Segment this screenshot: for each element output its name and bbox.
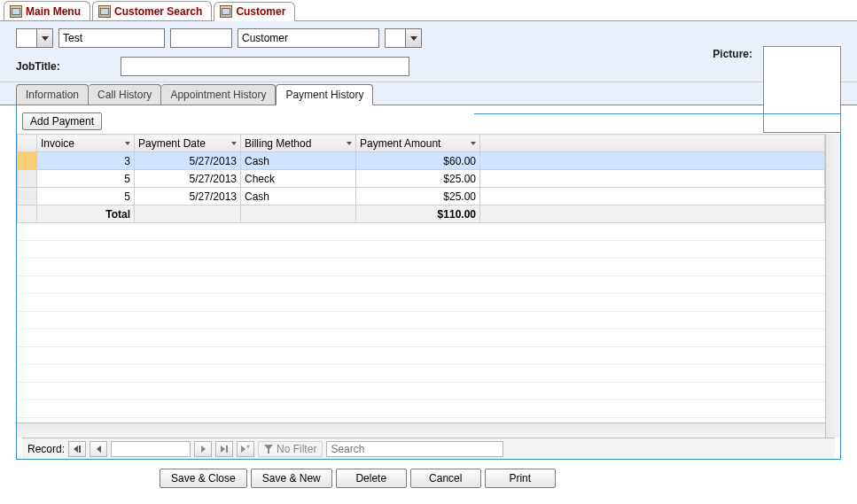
save-new-button[interactable]: Save & New xyxy=(251,469,332,488)
cell-invoice[interactable]: 5 xyxy=(37,170,135,188)
tab-label: Main Menu xyxy=(26,5,81,18)
table-row[interactable]: 3 5/27/2013 Cash $60.00 xyxy=(18,152,825,170)
nav-first-button[interactable] xyxy=(68,441,86,457)
grid-header-row: Invoice Payment Date Billing Method Paym… xyxy=(18,135,825,152)
select-all-corner[interactable] xyxy=(18,135,37,152)
payment-history-panel: Add Payment Invoice Payment Date Billing… xyxy=(16,105,841,460)
col-payment-amount[interactable]: Payment Amount xyxy=(356,135,480,152)
funnel-icon xyxy=(264,445,273,454)
tab-customer[interactable]: Customer xyxy=(214,2,295,21)
sort-icon xyxy=(125,142,130,145)
record-search-input[interactable] xyxy=(326,441,503,457)
sort-icon xyxy=(347,142,352,145)
middle-name-field[interactable] xyxy=(170,28,232,48)
add-payment-button[interactable]: Add Payment xyxy=(22,112,102,130)
cell-total-amount: $110.00 xyxy=(356,205,480,223)
cell-total-label: Total xyxy=(37,205,135,223)
tab-information[interactable]: Information xyxy=(16,84,89,105)
title-combo[interactable] xyxy=(16,28,53,48)
table-row[interactable]: 5 5/27/2013 Check $25.00 xyxy=(18,170,825,188)
cell-method[interactable]: Check xyxy=(241,170,356,188)
job-title-label: JobTitle: xyxy=(16,60,60,73)
cell-invoice[interactable]: 5 xyxy=(37,188,135,205)
table-row[interactable]: 5 5/27/2013 Cash $25.00 xyxy=(18,188,825,205)
row-selector xyxy=(18,205,37,223)
col-blank xyxy=(480,135,825,152)
payments-grid: Invoice Payment Date Billing Method Paym… xyxy=(17,134,825,438)
sort-icon xyxy=(231,142,237,145)
cell-amount[interactable]: $60.00 xyxy=(356,152,480,170)
cancel-button[interactable]: Cancel xyxy=(410,469,481,488)
nav-next-button[interactable] xyxy=(194,441,212,457)
chevron-down-icon xyxy=(410,36,417,41)
picture-area: Picture: xyxy=(713,46,841,133)
cell-date[interactable]: 5/27/2013 xyxy=(135,188,241,205)
tab-call-history[interactable]: Call History xyxy=(89,84,161,105)
chevron-down-icon xyxy=(42,36,49,41)
cell-date[interactable]: 5/27/2013 xyxy=(135,152,241,170)
cell-amount[interactable]: $25.00 xyxy=(356,170,480,188)
nav-last-button[interactable] xyxy=(215,441,233,457)
cell-method[interactable]: Cash xyxy=(241,188,356,205)
tab-main-menu[interactable]: Main Menu xyxy=(4,1,90,20)
grid-empty-area xyxy=(17,223,825,423)
save-close-button[interactable]: Save & Close xyxy=(160,469,247,488)
print-button[interactable]: Print xyxy=(485,469,556,488)
form-icon xyxy=(10,5,22,18)
record-label: Record: xyxy=(27,443,65,455)
row-selector[interactable] xyxy=(18,170,37,188)
row-selector[interactable] xyxy=(18,188,37,205)
cell-date[interactable]: 5/27/2013 xyxy=(135,170,241,188)
vertical-scrollbar[interactable] xyxy=(825,134,840,438)
delete-button[interactable]: Delete xyxy=(336,469,407,488)
nav-new-button[interactable] xyxy=(237,441,254,457)
last-name-combo[interactable] xyxy=(238,28,379,48)
table-total-row: Total $110.00 xyxy=(18,205,825,223)
first-name-field[interactable] xyxy=(58,28,165,48)
col-invoice[interactable]: Invoice xyxy=(37,135,135,152)
tab-label: Customer Search xyxy=(114,5,202,18)
last-name-field[interactable] xyxy=(238,30,378,46)
tab-customer-search[interactable]: Customer Search xyxy=(92,1,212,20)
picture-label: Picture: xyxy=(713,46,752,133)
picture-box[interactable] xyxy=(763,46,841,133)
record-number-field[interactable] xyxy=(111,441,191,457)
dropdown-button[interactable] xyxy=(405,29,421,47)
cell-invoice[interactable]: 3 xyxy=(37,152,135,170)
divider xyxy=(474,113,841,114)
tab-appointment-history[interactable]: Appointment History xyxy=(161,84,276,105)
nav-prev-button[interactable] xyxy=(90,441,107,457)
form-icon xyxy=(220,5,232,18)
sort-icon xyxy=(471,142,476,145)
form-footer-buttons: Save & Close Save & New Delete Cancel Pr… xyxy=(0,460,857,488)
form-icon xyxy=(98,5,111,18)
col-billing-method[interactable]: Billing Method xyxy=(241,135,356,152)
tab-payment-history[interactable]: Payment History xyxy=(276,84,373,105)
row-selector[interactable] xyxy=(18,152,37,170)
col-payment-date[interactable]: Payment Date xyxy=(135,135,241,152)
job-title-field[interactable] xyxy=(121,57,409,76)
dropdown-button[interactable] xyxy=(36,29,52,47)
horizontal-scrollbar[interactable] xyxy=(17,423,825,438)
cell-method[interactable]: Cash xyxy=(241,152,356,170)
document-tabs: Main Menu Customer Search Customer xyxy=(0,0,857,21)
record-navigator: Record: No Filter xyxy=(22,438,835,459)
filter-indicator[interactable]: No Filter xyxy=(258,441,323,457)
customer-header: JobTitle: Picture: xyxy=(0,21,857,82)
tab-label: Customer xyxy=(236,5,285,18)
suffix-combo[interactable] xyxy=(385,28,422,48)
cell-amount[interactable]: $25.00 xyxy=(356,188,480,205)
